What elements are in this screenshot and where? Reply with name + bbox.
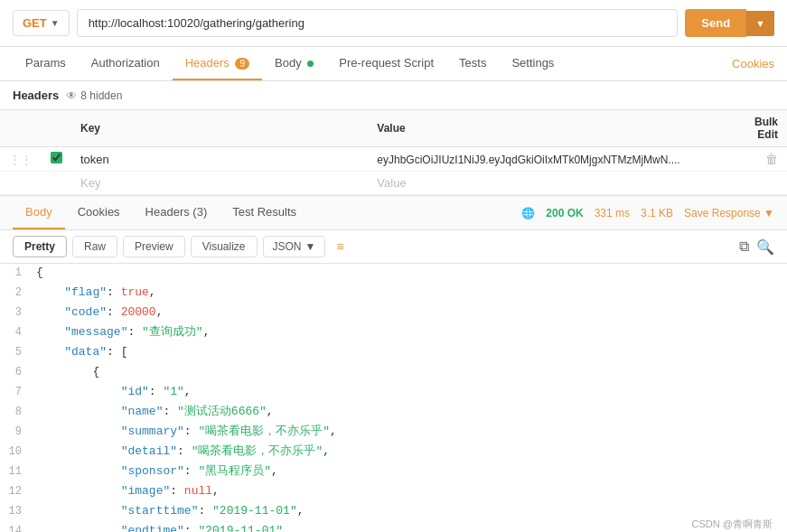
response-body-code: 1{2 "flag": true,3 "code": 20000,4 "mess… — [0, 264, 787, 532]
response-tabs: Body Cookies Headers (3) Test Results 🌐 … — [0, 196, 787, 230]
tab-headers[interactable]: Headers 9 — [173, 47, 262, 80]
code-line: 10 "detail": "喝茶看电影，不亦乐乎", — [0, 443, 787, 462]
format-visualize-button[interactable]: Visualize — [191, 236, 258, 257]
line-content: "code": 20000, — [33, 303, 787, 323]
url-input[interactable] — [77, 9, 679, 37]
code-line: 7 "id": "1", — [0, 383, 787, 403]
col-value: Value — [368, 110, 745, 147]
response-toolbar: Pretty Raw Preview Visualize JSON ▼ ≡ ⧉ … — [0, 230, 787, 264]
headers-table-container: Key Value Bulk Edit ⋮⋮ token eyJhbGciOiJ… — [0, 110, 787, 196]
code-line: 8 "name": "测试活动6666", — [0, 403, 787, 423]
filter-icon[interactable]: ≡ — [336, 239, 343, 254]
code-line: 6 { — [0, 363, 787, 383]
line-number: 4 — [0, 323, 33, 343]
resp-tab-headers[interactable]: Headers (3) — [133, 196, 220, 229]
json-chevron-icon: ▼ — [305, 240, 316, 253]
code-line: 4 "message": "查询成功", — [0, 323, 787, 343]
method-label: GET — [23, 16, 47, 30]
headers-label: Headers 👁 8 hidden — [13, 89, 774, 102]
code-line: 1{ — [0, 264, 787, 284]
line-content: { — [33, 363, 787, 383]
line-number: 9 — [0, 423, 33, 443]
headers-badge: 9 — [235, 58, 249, 70]
tab-tests[interactable]: Tests — [446, 47, 499, 80]
key-placeholder[interactable]: Key — [71, 172, 368, 195]
tab-authorization[interactable]: Authorization — [79, 47, 173, 80]
value-cell: eyJhbGciOiJIUzI1NiJ9.eyJqdGkiOiIxMTk0Mjg… — [368, 147, 745, 172]
row-checkbox-cell — [42, 147, 71, 172]
format-pretty-button[interactable]: Pretty — [13, 236, 67, 257]
code-line: 13 "starttime": "2019-11-01", — [0, 502, 787, 522]
send-dropdown-button[interactable]: ▼ — [746, 11, 774, 36]
tab-params[interactable]: Params — [13, 47, 79, 80]
tab-prerequest[interactable]: Pre-request Script — [326, 47, 446, 80]
line-content: "detail": "喝茶看电影，不亦乐乎", — [33, 443, 787, 462]
copy-button[interactable]: ⧉ — [739, 238, 749, 256]
headers-table: Key Value Bulk Edit ⋮⋮ token eyJhbGciOiJ… — [0, 110, 787, 195]
key-cell[interactable]: token — [71, 147, 368, 172]
code-line: 12 "image": null, — [0, 482, 787, 502]
line-number: 3 — [0, 303, 33, 323]
line-content: "starttime": "2019-11-01", — [33, 502, 787, 522]
method-chevron-icon: ▼ — [51, 18, 60, 28]
code-line: 5 "data": [ — [0, 343, 787, 363]
globe-icon: 🌐 — [521, 207, 535, 219]
line-number: 10 — [0, 443, 33, 462]
status-size: 3.1 KB — [641, 207, 673, 219]
line-content: "data": [ — [33, 343, 787, 363]
row-checkbox[interactable] — [51, 152, 62, 163]
col-key: Key — [71, 110, 368, 147]
main-container: GET ▼ Send ▼ Params Authorization Header… — [0, 0, 787, 532]
hidden-badge: 👁 8 hidden — [66, 89, 122, 102]
response-status-area: 🌐 200 OK 331 ms 3.1 KB Save Response ▼ — [521, 207, 774, 219]
body-dot-icon — [307, 61, 314, 67]
line-content: { — [33, 264, 787, 284]
json-format-select[interactable]: JSON ▼ — [263, 236, 326, 257]
col-bulk-edit[interactable]: Bulk Edit — [745, 110, 787, 147]
code-line: 11 "sponsor": "黑马程序员", — [0, 462, 787, 482]
line-number: 2 — [0, 284, 33, 303]
code-line: 3 "code": 20000, — [0, 303, 787, 323]
line-content: "image": null, — [33, 482, 787, 502]
drag-handle[interactable]: ⋮⋮ — [0, 147, 42, 172]
eye-icon: 👁 — [66, 89, 77, 102]
headers-section: Headers 👁 8 hidden — [0, 81, 787, 110]
search-button[interactable]: 🔍 — [756, 238, 774, 256]
method-select[interactable]: GET ▼ — [13, 10, 70, 36]
url-bar: GET ▼ Send ▼ — [0, 0, 787, 47]
line-number: 6 — [0, 363, 33, 383]
tab-body[interactable]: Body — [262, 47, 326, 80]
tab-settings[interactable]: Settings — [499, 47, 567, 80]
line-content: "name": "测试活动6666", — [33, 403, 787, 423]
line-content: "endtime": "2019-11-01", — [33, 522, 787, 532]
code-line: 9 "summary": "喝茶看电影，不亦乐乎", — [0, 423, 787, 443]
line-number: 7 — [0, 383, 33, 403]
line-number: 14 — [0, 522, 33, 532]
resp-tab-cookies[interactable]: Cookies — [65, 196, 133, 229]
send-button-group: Send ▼ — [685, 9, 774, 37]
value-placeholder[interactable]: Value — [368, 172, 745, 195]
delete-button[interactable]: 🗑 — [765, 152, 778, 166]
request-tabs: Params Authorization Headers 9 Body Pre-… — [0, 47, 787, 81]
format-preview-button[interactable]: Preview — [123, 236, 185, 257]
line-content: "message": "查询成功", — [33, 323, 787, 343]
save-response-button[interactable]: Save Response ▼ — [684, 207, 774, 219]
format-raw-button[interactable]: Raw — [72, 236, 117, 257]
send-main-button[interactable]: Send — [685, 9, 746, 37]
code-line: 2 "flag": true, — [0, 284, 787, 303]
response-actions: ⧉ 🔍 — [739, 238, 774, 256]
delete-cell: 🗑 — [745, 147, 787, 172]
line-number: 1 — [0, 264, 33, 284]
line-number: 8 — [0, 403, 33, 423]
table-row: ⋮⋮ token eyJhbGciOiJIUzI1NiJ9.eyJqdGkiOi… — [0, 147, 787, 172]
line-number: 5 — [0, 343, 33, 363]
resp-tab-testresults[interactable]: Test Results — [220, 196, 309, 229]
line-content: "id": "1", — [33, 383, 787, 403]
cookies-link[interactable]: Cookies — [732, 57, 774, 70]
line-number: 13 — [0, 502, 33, 522]
table-row-placeholder: Key Value — [0, 172, 787, 195]
resp-tab-body[interactable]: Body — [13, 196, 65, 229]
save-response-chevron-icon: ▼ — [764, 207, 774, 219]
line-number: 11 — [0, 462, 33, 482]
value-token: eyJhbGciOiJIUzI1NiJ9.eyJqdGkiOiIxMTk0Mjg… — [377, 154, 679, 166]
